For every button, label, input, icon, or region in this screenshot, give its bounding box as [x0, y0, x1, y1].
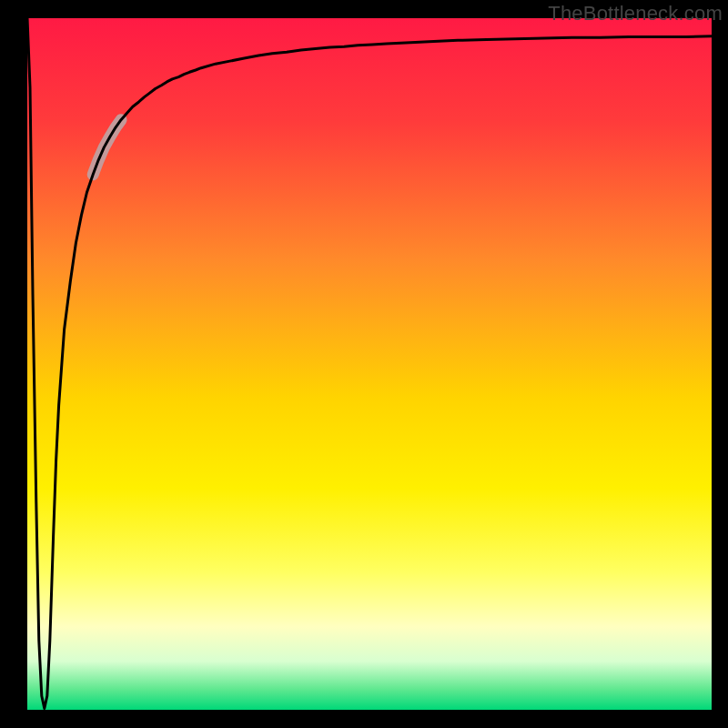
chart-stage: TheBottleneck.com — [0, 0, 728, 728]
attribution-text: TheBottleneck.com — [548, 2, 723, 25]
bottleneck-chart — [0, 0, 728, 728]
plot-background — [27, 18, 712, 710]
